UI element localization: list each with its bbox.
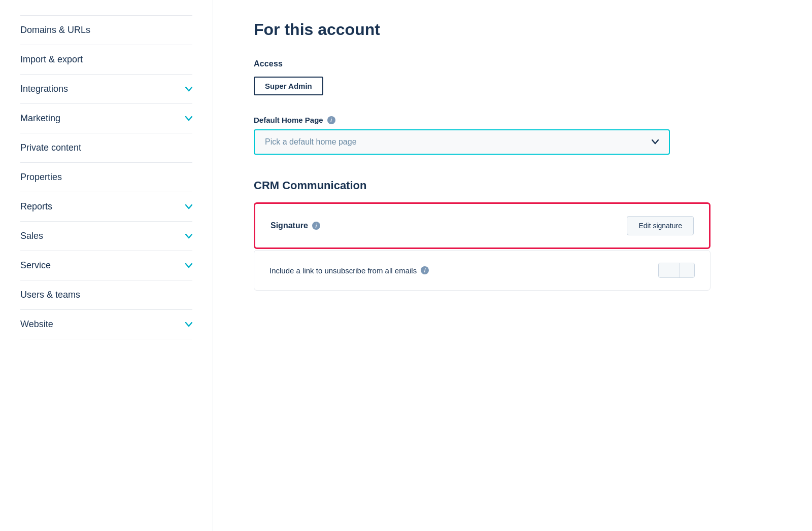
sidebar-item-users-teams[interactable]: Users & teams	[20, 280, 192, 310]
sidebar-item-label-domains-urls: Domains & URLs	[20, 25, 90, 36]
sidebar-item-integrations[interactable]: Integrations	[20, 75, 192, 104]
sidebar-item-private-content[interactable]: Private content	[20, 133, 192, 163]
sidebar-item-reports[interactable]: Reports	[20, 192, 192, 222]
home-page-select-placeholder: Pick a default home page	[265, 137, 357, 147]
sidebar-item-label-website: Website	[20, 319, 53, 330]
access-section-label: Access	[254, 59, 771, 68]
sidebar-item-label-private-content: Private content	[20, 143, 81, 153]
sidebar-item-sales[interactable]: Sales	[20, 222, 192, 251]
sidebar-item-label-import-export: Import & export	[20, 54, 83, 65]
home-page-select[interactable]: Pick a default home page	[254, 129, 670, 155]
edit-signature-button[interactable]: Edit signature	[627, 216, 694, 235]
sidebar-item-label-sales: Sales	[20, 231, 43, 241]
signature-card: Signature i Edit signature	[254, 202, 710, 249]
crm-communication-section: CRM Communication Signature i Edit signa…	[254, 179, 710, 291]
signature-info-icon[interactable]: i	[312, 222, 320, 230]
sidebar: Domains & URLsImport & exportIntegration…	[0, 0, 213, 531]
sidebar-item-website[interactable]: Website	[20, 310, 192, 339]
default-home-label-text: Default Home Page	[254, 116, 323, 124]
home-page-chevron-icon	[652, 138, 659, 146]
sidebar-chevron-icon-reports	[185, 204, 192, 209]
toggle-left-part[interactable]	[659, 263, 680, 277]
unsubscribe-info-icon[interactable]: i	[421, 266, 429, 274]
unsubscribe-label-container: Include a link to unsubscribe from all e…	[269, 266, 429, 275]
sidebar-item-service[interactable]: Service	[20, 251, 192, 280]
sidebar-item-label-properties: Properties	[20, 172, 62, 183]
default-home-label-container: Default Home Page i	[254, 116, 771, 124]
sidebar-chevron-icon-integrations	[185, 87, 192, 92]
crm-section-title: CRM Communication	[254, 179, 710, 192]
signature-label-text: Signature	[270, 221, 308, 230]
sidebar-item-domains-urls[interactable]: Domains & URLs	[20, 15, 192, 45]
unsubscribe-label-text: Include a link to unsubscribe from all e…	[269, 266, 417, 275]
sidebar-item-label-integrations: Integrations	[20, 84, 68, 94]
sidebar-item-label-service: Service	[20, 260, 51, 271]
sidebar-item-import-export[interactable]: Import & export	[20, 45, 192, 75]
unsubscribe-card: Include a link to unsubscribe from all e…	[254, 250, 710, 291]
default-home-section: Default Home Page i Pick a default home …	[254, 116, 771, 155]
toggle-right-part[interactable]	[680, 263, 694, 277]
sidebar-chevron-icon-marketing	[185, 116, 192, 121]
sidebar-item-label-marketing: Marketing	[20, 113, 60, 124]
sidebar-item-properties[interactable]: Properties	[20, 163, 192, 192]
signature-label-container: Signature i	[270, 221, 320, 230]
sidebar-chevron-icon-website	[185, 322, 192, 327]
sidebar-chevron-icon-service	[185, 263, 192, 268]
sidebar-item-label-users-teams: Users & teams	[20, 290, 80, 300]
page-title: For this account	[254, 20, 771, 39]
super-admin-badge[interactable]: Super Admin	[254, 77, 323, 95]
sidebar-chevron-icon-sales	[185, 234, 192, 239]
unsubscribe-toggle[interactable]	[658, 263, 695, 278]
default-home-info-icon[interactable]: i	[327, 116, 335, 124]
sidebar-item-marketing[interactable]: Marketing	[20, 104, 192, 133]
sidebar-item-label-reports: Reports	[20, 201, 52, 212]
main-content: For this account Access Super Admin Defa…	[213, 0, 812, 531]
access-section: Access Super Admin	[254, 59, 771, 95]
